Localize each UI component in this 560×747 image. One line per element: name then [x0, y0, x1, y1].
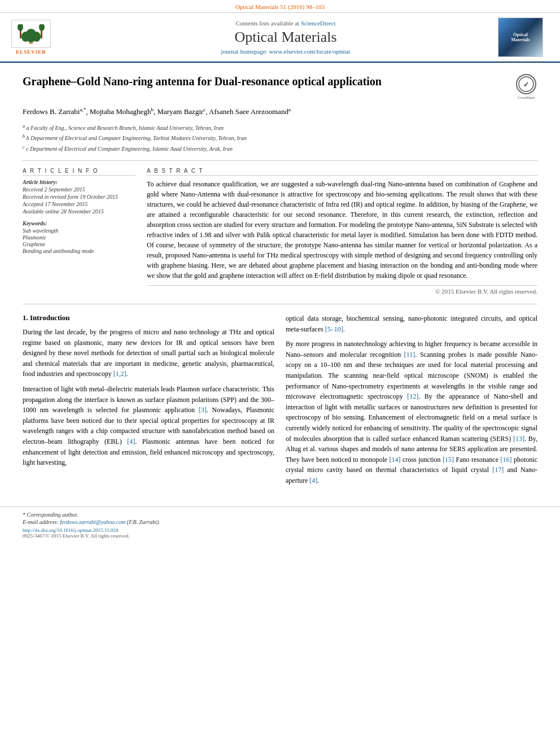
page-footer: * Corresponding author. E-mail address: …	[0, 506, 560, 543]
elsevier-logo: ELSEVIER	[11, 20, 51, 55]
right-para-2: By more progress in nanotechnology achie…	[286, 339, 537, 486]
elsevier-logo-image	[11, 20, 51, 48]
email-footnote: E-mail address: ferdows.zarrabi@yahoo.co…	[23, 519, 537, 525]
abstract-text: To achieve dual resonance qualification,…	[147, 179, 537, 281]
journal-title: Optical Materials	[79, 29, 492, 46]
received-date: Received 2 September 2015	[23, 186, 135, 193]
crossmark-svg: ✓	[518, 76, 534, 92]
body-two-column: 1. Introduction During the last decade, …	[23, 313, 537, 491]
history-label: Article history:	[23, 179, 135, 185]
abstract-column: A B S T R A C T To achieve dual resonanc…	[147, 168, 537, 295]
svg-point-7	[39, 24, 45, 31]
article-info-column: A R T I C L E I N F O Article history: R…	[23, 168, 135, 295]
keywords-section: Keywords: Sub wavelength Plasmonic Graph…	[23, 220, 135, 254]
keyword-2: Plasmonic	[23, 234, 135, 241]
svg-text:✓: ✓	[523, 81, 529, 89]
revised-date: Received in revised form 19 October 2015	[23, 194, 135, 200]
divider-2	[23, 304, 537, 304]
divider-1	[23, 160, 537, 161]
introduction-heading: 1. Introduction	[23, 313, 274, 322]
ref-13[interactable]: [13]	[513, 435, 524, 443]
ref-15[interactable]: [15]	[443, 456, 454, 464]
copyright-line: © 2015 Elsevier B.V. All rights reserved…	[147, 285, 537, 295]
article-content: Graphene–Gold Nano-ring antenna for Dual…	[0, 63, 560, 502]
authors-text: Ferdows B. Zarrabia,*, Mojtaba Mohaghegh…	[23, 107, 291, 116]
elsevier-tree-svg	[17, 24, 45, 44]
ref-5-10[interactable]: [5–10]	[325, 325, 343, 333]
contents-line: Contents lists available at ScienceDirec…	[79, 20, 492, 27]
science-direct-link[interactable]: ScienceDirect	[301, 20, 336, 27]
abstract-label: A B S T R A C T	[147, 168, 537, 176]
email-link[interactable]: ferdows.zarrabi@yahoo.com	[60, 519, 125, 525]
ref-12[interactable]: [12]	[407, 392, 418, 400]
crossmark-section: ✓ CrossMark	[515, 74, 537, 100]
article-title: Graphene–Gold Nano-ring antenna for Dual…	[23, 74, 509, 89]
journal-cover-image: OpticalMaterials	[498, 18, 543, 57]
ref-11[interactable]: [11]	[404, 351, 415, 359]
svg-point-2	[21, 32, 29, 42]
email-label: E-mail address:	[23, 519, 59, 525]
ref-4[interactable]: [4]	[127, 438, 135, 445]
journal-header-center: Contents lists available at ScienceDirec…	[79, 20, 492, 55]
affiliations: a a Faculty of Eng., Science and Researc…	[23, 123, 537, 154]
right-para-1: optical data storage, biochemical sensin…	[286, 313, 537, 334]
crossmark-icon: ✓	[516, 74, 536, 94]
ref-1-2[interactable]: [1,2]	[113, 370, 126, 378]
accepted-date: Accepted 17 November 2015	[23, 201, 135, 207]
intro-para-2: Interaction of light with metal–dielectr…	[23, 384, 274, 468]
journal-reference: Optical Materials 51 (2016) 98–103	[0, 0, 560, 13]
ref-3[interactable]: [3]	[199, 406, 207, 414]
issn-text: 0925-3467/© 2015 Elsevier B.V. All right…	[23, 533, 537, 539]
keyword-1: Sub wavelength	[23, 228, 135, 234]
intro-para-1: During the last decade, by the progress …	[23, 327, 274, 379]
doi-link[interactable]: http://dx.doi.org/10.1016/j.optmat.2015.…	[23, 527, 537, 533]
email-note: (F.B. Zarrabi).	[127, 519, 160, 525]
article-title-section: Graphene–Gold Nano-ring antenna for Dual…	[23, 74, 537, 100]
svg-point-3	[33, 32, 41, 42]
affiliation-c: c c Department of Electrical and Compute…	[23, 143, 537, 154]
body-right-column: optical data storage, biochemical sensin…	[286, 313, 537, 491]
body-left-column: 1. Introduction During the last decade, …	[23, 313, 274, 491]
ref-16[interactable]: [16]	[501, 456, 512, 464]
journal-thumb: OpticalMaterials	[492, 18, 549, 57]
elsevier-logo-section: ELSEVIER	[11, 20, 79, 55]
corresponding-note: * Corresponding author.	[23, 512, 537, 518]
journal-header: ELSEVIER Contents lists available at Sci…	[0, 13, 560, 63]
affiliation-a: a a Faculty of Eng., Science and Researc…	[23, 123, 537, 133]
homepage-link[interactable]: www.elsevier.com/locate/optmat	[269, 48, 350, 55]
keyword-4: Bonding and antibonding mode	[23, 248, 135, 254]
journal-homepage: journal homepage: www.elsevier.com/locat…	[79, 48, 492, 55]
journal-ref-text: Optical Materials 51 (2016) 98–103	[235, 3, 325, 10]
article-info-label: A R T I C L E I N F O	[23, 168, 135, 176]
svg-point-6	[18, 24, 23, 31]
elsevier-wordmark: ELSEVIER	[16, 49, 46, 55]
authors-section: Ferdows B. Zarrabia,*, Mojtaba Mohaghegh…	[23, 106, 537, 118]
available-date: Available online 28 November 2015	[23, 208, 135, 215]
ref-4b[interactable]: [4]	[309, 477, 317, 484]
crossmark-label: CrossMark	[517, 95, 535, 100]
ref-14[interactable]: [14]	[390, 456, 401, 464]
keywords-label: Keywords:	[23, 220, 135, 226]
keyword-3: Graphene	[23, 241, 135, 247]
affiliation-b: b b Department of Electrical and Compute…	[23, 133, 537, 143]
ref-17[interactable]: [17]	[492, 466, 504, 474]
info-abstract-section: A R T I C L E I N F O Article history: R…	[23, 168, 537, 295]
